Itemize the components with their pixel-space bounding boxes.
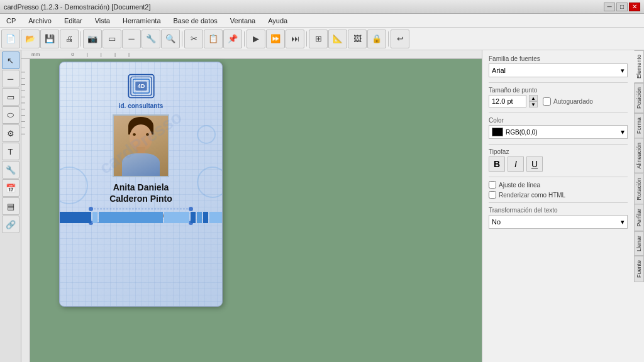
tb-image[interactable]: 🖼 [348,30,367,48]
card-bottom-bar [60,209,222,223]
point-size-input-row: ▲ ▼ Autoguardado [489,95,628,107]
vtab-strip: Elemento Posición Forma Alineación Rotac… [634,50,644,362]
tb-photo[interactable]: 📷 [83,30,102,48]
tb-play[interactable]: ▶ [247,30,265,48]
font-family-value: Arial [492,67,506,74]
menu-ventana[interactable]: Ventana [226,16,259,26]
maximize-button[interactable]: □ [616,3,628,11]
renderizar-html-checkbox[interactable] [489,191,496,199]
vtab-alineacion[interactable]: Alineación [634,138,644,173]
transform-dropdown-icon: ▾ [621,218,625,226]
vtab-elemento[interactable]: Elemento [634,50,644,83]
canvas-area[interactable]: mm 0 | | | | ||||||||||| [21,50,482,362]
tool-select[interactable]: ↖ [2,52,19,69]
tool-gear[interactable]: ⚙ [2,124,19,142]
tb-undo[interactable]: ↩ [391,30,409,48]
menu-cp[interactable]: CP [3,16,19,26]
divider-5 [489,202,628,203]
toolbox: ↖ ─ ▭ ⬭ ⚙ T 🔧 📅 ▤ 🔗 [0,50,21,362]
menu-editar[interactable]: Editar [60,16,86,26]
tool-rect[interactable]: ▭ [2,88,19,106]
id-card-wrapper: 4D id. consultants [59,62,223,307]
color-select[interactable]: RGB(0,0,0) ▾ [489,125,628,139]
tb-align[interactable]: 📐 [328,30,347,48]
tool-table[interactable]: ▤ [2,197,19,215]
divider-4 [489,177,628,177]
underline-button[interactable]: U [526,156,543,172]
id-card: 4D id. consultants [59,62,223,307]
font-family-row: Familia de fuentes Arial ▾ [489,55,628,77]
card-deco-circle-top-right [197,125,216,144]
transform-select[interactable]: No ▾ [489,215,628,229]
color-value: RGB(0,0,0) [506,129,538,136]
vtab-fuente[interactable]: Fuente [634,256,644,282]
tool-link[interactable]: 🔗 [2,216,19,233]
tool-ellipse[interactable]: ⬭ [2,106,19,124]
point-size-row: Tamaño de punto ▲ ▼ Autoguardado [489,87,628,107]
tipofaz-label: Tipofaz [489,148,628,155]
main-area: ↖ ─ ▭ ⬭ ⚙ T 🔧 📅 ▤ 🔗 mm 0 | | | | |||||||… [0,50,644,362]
tb-zoom[interactable]: 🔍 [161,30,180,48]
panel-content: Familia de fuentes Arial ▾ Tamaño de pun… [482,50,634,362]
card-content: 4D id. consultants [60,62,222,223]
color-label: Color [489,117,628,124]
tb-fast-fwd[interactable]: ⏩ [266,30,285,48]
window-buttons: ─ □ ✕ [604,3,640,11]
bar-mid [99,212,163,223]
tb-settings[interactable]: 🔧 [142,30,160,48]
tb-grid[interactable]: ⊞ [309,30,328,48]
close-button[interactable]: ✕ [629,3,640,11]
menu-archivo[interactable]: Archivo [25,16,55,26]
italic-button[interactable]: I [508,156,524,172]
ruler-vertical: ||||||||||| [21,59,30,362]
tb-line[interactable]: ─ [122,30,141,48]
spinner-up[interactable]: ▲ [529,95,538,101]
vtab-rotacion[interactable]: Rotación [634,173,644,205]
tb-cut[interactable]: ✂ [184,30,203,48]
tb-end[interactable]: ⏭ [286,30,304,48]
bar-light-1 [92,212,97,223]
color-row: Color RGB(0,0,0) ▾ [489,117,628,139]
bar-dark-right3 [203,212,208,223]
menu-vista[interactable]: Vista [91,16,114,26]
vtab-llenar[interactable]: Llenar [634,231,644,256]
tool-line[interactable]: ─ [2,70,19,87]
tb-save[interactable]: 💾 [40,30,59,48]
titlebar: cardPresso (1.2.3 - Demostración) [Docum… [0,0,644,14]
tb-rect[interactable]: ▭ [103,30,121,48]
minimize-button[interactable]: ─ [604,3,615,11]
tool-text[interactable]: T [2,143,19,160]
tool-calendar[interactable]: 📅 [2,179,19,197]
point-size-input[interactable] [489,95,526,107]
bold-button[interactable]: B [489,156,505,172]
vtab-perfilar[interactable]: Perfilar [634,204,644,231]
tb-new[interactable]: 📄 [1,30,20,48]
tb-print[interactable]: 🖨 [60,30,79,48]
tipofaz-row: Tipofaz B I U [489,148,628,172]
tool-wrench[interactable]: 🔧 [2,161,19,178]
spinner-down[interactable]: ▼ [529,101,538,107]
vtab-forma[interactable]: Forma [634,113,644,138]
ajuste-linea-label: Ajuste de línea [499,182,540,189]
toolbar: 📄 📂 💾 🖨 📷 ▭ ─ 🔧 🔍 ✂ 📋 📌 ▶ ⏩ ⏭ ⊞ 📐 🖼 🔒 ↩ [0,28,644,50]
menu-ayuda[interactable]: Ayuda [264,16,291,26]
renderizar-html-row: Renderizar como HTML [489,191,628,199]
svg-text:4D: 4D [137,83,145,89]
font-family-select[interactable]: Arial ▾ [489,63,628,77]
tb-open[interactable]: 📂 [21,30,40,48]
tb-lock[interactable]: 🔒 [367,30,386,48]
tb-paste[interactable]: 📌 [223,30,242,48]
menu-base-datos[interactable]: Base de datos [170,16,221,26]
tb-copy[interactable]: 📋 [204,30,223,48]
font-family-label: Familia de fuentes [489,55,628,62]
color-swatch [492,128,503,136]
transform-label: Transformación del texto [489,207,628,214]
menu-herramienta[interactable]: Herramienta [119,16,165,26]
card-logo: 4D id. consultants [60,62,222,112]
divider-2 [489,112,628,113]
bar-dark-right1 [191,212,196,223]
ajuste-linea-checkbox[interactable] [489,181,496,189]
vtab-posicion[interactable]: Posición [634,83,644,113]
autoguardado-checkbox[interactable] [543,97,551,106]
divider-3 [489,144,628,145]
